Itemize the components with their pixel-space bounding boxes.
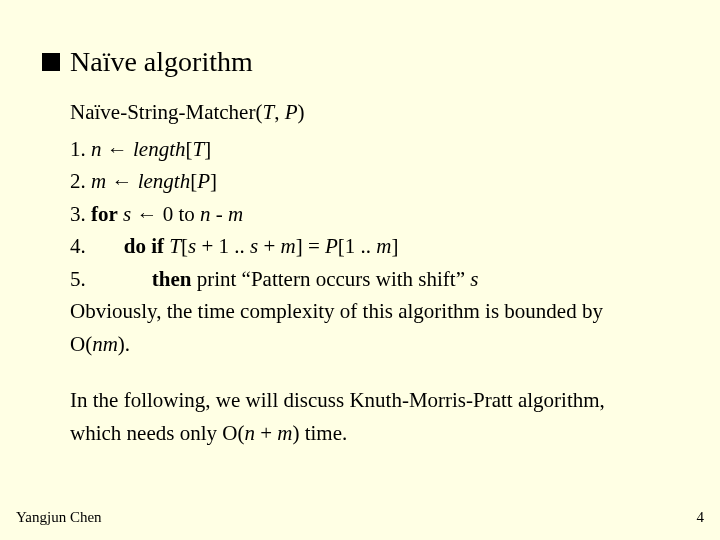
l1-num: 1.	[70, 137, 91, 161]
note-b3: +	[255, 421, 277, 445]
l1-T: T	[193, 137, 205, 161]
proc-suffix: )	[297, 100, 304, 124]
l3-num: 3.	[70, 202, 91, 226]
l1-n: n	[91, 137, 102, 161]
l2-P: P	[197, 169, 210, 193]
l1-arrow: ←	[102, 137, 134, 161]
l3-arrow: ← 0 to	[131, 202, 200, 226]
page-number: 4	[697, 509, 705, 526]
slide-title: Naïve algorithm	[70, 46, 253, 78]
l4-s1: s	[188, 234, 196, 258]
l2-num: 2.	[70, 169, 91, 193]
l3-m: m	[228, 202, 243, 226]
l2-arrow: ←	[106, 169, 138, 193]
l2-length: length	[138, 169, 191, 193]
note-line-2: which needs only O(n + m) time.	[70, 417, 678, 450]
obv-b2: nm	[92, 332, 118, 356]
l5-print: print “Pattern occurs with shift”	[197, 267, 471, 291]
l3-minus: -	[211, 202, 229, 226]
l5-num: 5.	[70, 267, 86, 291]
proc-arg-p: P	[285, 100, 298, 124]
note-block: In the following, we will discuss Knuth-…	[70, 384, 678, 449]
l4-indent	[86, 234, 124, 258]
line-5: 5.then print “Pattern occurs with shift”…	[70, 263, 678, 296]
l5-s: s	[470, 267, 478, 291]
note-b4: m	[277, 421, 292, 445]
l4-P: P	[325, 234, 338, 258]
l3-n: n	[200, 202, 211, 226]
note-b2: n	[244, 421, 255, 445]
l4-m: m	[281, 234, 296, 258]
l4-num: 4.	[70, 234, 86, 258]
obv-b3: ).	[118, 332, 130, 356]
proc-prefix: Naïve-String-Matcher(	[70, 100, 262, 124]
l4-m2: m	[376, 234, 391, 258]
l3-for: for	[91, 202, 118, 226]
l5-then: then	[152, 267, 197, 291]
note-b5: ) time.	[292, 421, 347, 445]
obviously-line-2: O(nm).	[70, 328, 678, 361]
l4-a: [	[181, 234, 188, 258]
l5-indent	[86, 267, 152, 291]
line-3: 3. for s ← 0 to n - m	[70, 198, 678, 231]
l4-d: ] =	[296, 234, 325, 258]
note-line-1: In the following, we will discuss Knuth-…	[70, 384, 678, 417]
l4-b: + 1 ..	[196, 234, 250, 258]
title-row: Naïve algorithm	[42, 46, 678, 78]
l1-br2: ]	[204, 137, 211, 161]
l1-br: [	[186, 137, 193, 161]
footer: Yangjun Chen 4	[16, 509, 704, 526]
l4-c: +	[258, 234, 280, 258]
l2-br2: ]	[210, 169, 217, 193]
l4-f: ]	[392, 234, 399, 258]
l1-length: length	[133, 137, 186, 161]
line-2: 2. m ← length[P]	[70, 165, 678, 198]
footer-author: Yangjun Chen	[16, 509, 102, 526]
l4-e: [1 ..	[338, 234, 377, 258]
procedure-name: Naïve-String-Matcher(T, P)	[70, 96, 678, 129]
bullet-icon	[42, 53, 60, 71]
l4-s2: s	[250, 234, 258, 258]
l2-m: m	[91, 169, 106, 193]
proc-arg-t: T	[262, 100, 274, 124]
line-4: 4.do if T[s + 1 .. s + m] = P[1 .. m]	[70, 230, 678, 263]
l4-doif: do if	[124, 234, 170, 258]
obv-b1: O(	[70, 332, 92, 356]
slide-body: Naïve algorithm Naïve-String-Matcher(T, …	[0, 0, 720, 449]
proc-sep: ,	[274, 100, 285, 124]
note-b1: which needs only O(	[70, 421, 244, 445]
line-1: 1. n ← length[T]	[70, 133, 678, 166]
l4-T: T	[169, 234, 181, 258]
content-block: Naïve-String-Matcher(T, P) 1. n ← length…	[42, 96, 678, 449]
obviously-line-1: Obviously, the time complexity of this a…	[70, 295, 678, 328]
